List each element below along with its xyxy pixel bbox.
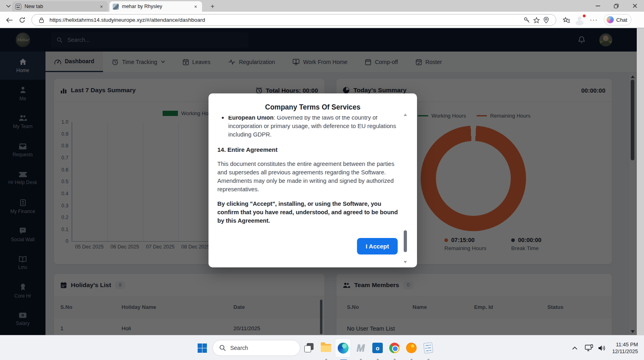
tab-close-icon[interactable]: × (192, 3, 199, 10)
system-tray: 11:45 PM 12/11/2025 (572, 335, 638, 360)
modal-scroll-down-icon[interactable] (404, 261, 407, 263)
start-button[interactable] (194, 338, 210, 358)
browser-titlebar: New tab × mehar by Rhysley × + (0, 0, 644, 12)
firefox-button[interactable] (403, 338, 419, 358)
window-close-button[interactable] (625, 0, 644, 12)
modal-title: Company Terms Of Services (208, 103, 417, 112)
m-app-button[interactable]: M (353, 338, 369, 358)
accept-button[interactable]: I Accept (357, 238, 398, 254)
refresh-button[interactable] (17, 15, 27, 25)
m-logo-icon: M (357, 342, 365, 354)
terms-paragraph: This document constitutes the entire agr… (217, 160, 399, 194)
lock-icon (37, 15, 46, 25)
browser-toolbar: https://helixtahrms14.studyineurope.xyz/… (0, 12, 644, 28)
clock-time: 11:45 PM (612, 341, 638, 348)
modal-scrollbar[interactable] (403, 119, 407, 258)
network-icon[interactable] (585, 344, 594, 352)
folder-icon (321, 344, 331, 352)
back-button[interactable] (4, 15, 14, 25)
edge-browser-button[interactable] (335, 338, 351, 358)
password-key-icon[interactable] (522, 15, 532, 25)
task-view-button[interactable] (301, 338, 317, 358)
notepad-button[interactable] (420, 338, 436, 358)
task-view-icon (304, 343, 314, 353)
browser-tab-newtab[interactable]: New tab × (12, 1, 108, 12)
browser-tab-mehar[interactable]: mehar by Rhysley × (109, 1, 202, 12)
window-controls (588, 0, 644, 12)
address-bar[interactable]: https://helixtahrms14.studyineurope.xyz/… (31, 14, 556, 26)
copilot-chat-button[interactable]: Chat (604, 14, 632, 25)
chrome-icon (389, 343, 400, 353)
modal-scroll-up-icon[interactable] (404, 114, 407, 116)
new-tab-button[interactable]: + (208, 2, 217, 11)
site-favicon (113, 4, 119, 10)
favorites-hub-icon[interactable] (561, 15, 572, 25)
windows-logo-icon (198, 343, 207, 353)
tab-title: New tab (25, 4, 95, 9)
tab-title: mehar by Rhysley (122, 4, 189, 9)
terms-confirm-paragraph: By clicking "Accept", installing, or usi… (217, 200, 399, 225)
notepad-icon (423, 342, 433, 354)
bullet-dot (222, 117, 224, 119)
terms-section-heading: 14. Entire Agreement (217, 145, 399, 154)
speaker-icon[interactable] (598, 345, 606, 352)
chrome-button[interactable] (386, 338, 402, 358)
firefox-icon (406, 343, 417, 353)
browser-profile-button[interactable] (575, 15, 585, 25)
outlook-icon: o (372, 343, 383, 353)
terms-of-service-modal: Company Terms Of Services European Union… (208, 93, 417, 267)
terms-bullet-item: European Union: Governed by the laws of … (217, 116, 399, 139)
outlook-button[interactable]: o (369, 338, 386, 358)
tray-chevron-up-icon[interactable] (572, 346, 578, 350)
new-tab-page-icon (15, 4, 21, 10)
file-explorer-button[interactable] (318, 338, 334, 358)
modal-scroll-body[interactable]: European Union: Governed by the laws of … (217, 116, 399, 238)
profile-notification-dot (582, 14, 586, 18)
browser-menu-ellipsis-icon[interactable]: ··· (588, 15, 599, 25)
url-text: https://helixtahrms14.studyineurope.xyz/… (50, 17, 522, 23)
taskbar-search-box[interactable]: Search (213, 340, 300, 356)
location-pin-icon[interactable] (541, 15, 551, 25)
clock-date: 12/11/2025 (612, 348, 638, 355)
tab-close-icon[interactable]: × (98, 3, 105, 10)
search-icon (219, 345, 226, 351)
window-restore-button[interactable] (607, 0, 625, 12)
modal-scrollbar-thumb[interactable] (404, 230, 407, 252)
taskbar-clock[interactable]: 11:45 PM 12/11/2025 (612, 341, 638, 355)
windows-taskbar: Search M o (0, 335, 644, 360)
edge-icon (338, 343, 349, 354)
copilot-icon (607, 16, 614, 23)
desktop: New tab × mehar by Rhysley × + https://h… (0, 0, 644, 360)
web-page: Mehar Home Me My Team (0, 28, 637, 335)
favorite-star-icon[interactable] (532, 15, 541, 25)
window-minimize-button[interactable] (588, 0, 607, 12)
